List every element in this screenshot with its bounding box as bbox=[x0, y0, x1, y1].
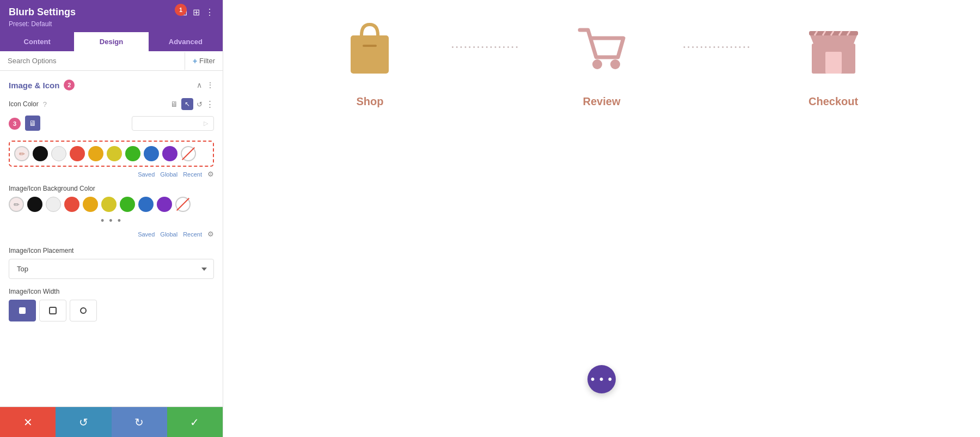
review-icon bbox=[574, 22, 629, 87]
swatch-green[interactable] bbox=[125, 146, 140, 161]
panel-header: Blurb Settings ⊡ ⊞ ⋮ Preset: Default 1 bbox=[0, 0, 223, 32]
swatch-white[interactable] bbox=[51, 146, 66, 161]
cancel-icon: ✕ bbox=[23, 416, 33, 429]
more-options-icon[interactable]: ⋮ bbox=[206, 99, 214, 109]
swatch-no-color[interactable] bbox=[181, 146, 196, 161]
placement-select[interactable]: Top Left Right Bottom bbox=[9, 259, 214, 279]
swatch-blue[interactable] bbox=[144, 146, 159, 161]
width-slider-row bbox=[9, 300, 214, 321]
more-icon[interactable]: ⋮ bbox=[205, 7, 214, 17]
save-icon: ✓ bbox=[190, 416, 199, 429]
gear-icon[interactable]: ⚙ bbox=[207, 170, 214, 178]
section-title-row: Image & Icon 2 bbox=[9, 80, 75, 90]
dots-shop-review: •••••••••••••••• bbox=[451, 22, 520, 50]
search-input[interactable] bbox=[0, 51, 185, 70]
bg-swatch-white[interactable] bbox=[46, 197, 61, 212]
shop-bag-svg bbox=[345, 22, 394, 76]
width-btn-1[interactable] bbox=[9, 300, 36, 321]
cart-svg bbox=[574, 22, 629, 76]
tab-design[interactable]: Design bbox=[74, 32, 148, 51]
search-row: + Filter bbox=[0, 51, 223, 71]
filter-button[interactable]: + Filter bbox=[185, 52, 223, 70]
badge-1: 1 bbox=[175, 4, 187, 16]
panel-body: Image & Icon 2 ∧ ⋮ Icon Color ? 🖥 ↖ ↺ ⋮ … bbox=[0, 71, 223, 406]
desktop-icon[interactable]: 🖥 bbox=[170, 100, 178, 108]
svg-rect-3 bbox=[351, 35, 389, 74]
bg-color-picker[interactable]: ✏ bbox=[9, 197, 24, 212]
bg-color-swatches: ✏ bbox=[9, 197, 214, 212]
blurb-shop-label: Shop bbox=[356, 95, 383, 108]
cancel-button[interactable]: ✕ bbox=[0, 407, 56, 437]
tab-advanced[interactable]: Advanced bbox=[149, 32, 223, 51]
desktop-device-tab[interactable]: 🖥 bbox=[25, 116, 40, 131]
undo-button[interactable]: ↺ bbox=[56, 407, 111, 437]
columns-icon[interactable]: ⊞ bbox=[193, 7, 200, 17]
swatch-red[interactable] bbox=[70, 146, 85, 161]
bg-color-block: Image/Icon Background Color ✏ • • • Save bbox=[9, 185, 214, 238]
dots-text-2: •••••••••••••••• bbox=[683, 44, 752, 50]
blurb-review-label: Review bbox=[583, 95, 621, 108]
panel-title: Blurb Settings bbox=[9, 7, 76, 18]
icon-color-help[interactable]: ? bbox=[43, 100, 47, 108]
bg-swatch-purple[interactable] bbox=[157, 197, 172, 212]
redo-button[interactable]: ↻ bbox=[112, 407, 167, 437]
swatch-orange[interactable] bbox=[88, 146, 103, 161]
image-icon-section-header: Image & Icon 2 ∧ ⋮ bbox=[9, 80, 214, 90]
dots-text-1: •••••••••••••••• bbox=[451, 44, 520, 50]
blurb-checkout-label: Checkout bbox=[808, 95, 858, 108]
save-button[interactable]: ✓ bbox=[167, 407, 223, 437]
swatch-yellow[interactable] bbox=[107, 146, 122, 161]
recent-tab[interactable]: Recent bbox=[183, 171, 202, 178]
shop-icon bbox=[345, 22, 394, 87]
bg-swatch-no-color[interactable] bbox=[175, 197, 191, 212]
global-tab[interactable]: Global bbox=[160, 171, 177, 178]
bg-swatch-black[interactable] bbox=[27, 197, 42, 212]
bg-saved-tab[interactable]: Saved bbox=[138, 231, 155, 238]
bg-gear-icon[interactable]: ⚙ bbox=[207, 230, 214, 238]
badge-2: 2 bbox=[64, 80, 75, 90]
dots-row: • • • bbox=[9, 215, 214, 227]
bg-global-tab[interactable]: Global bbox=[160, 231, 177, 238]
width-icon-3 bbox=[78, 306, 88, 315]
icon-color-label: Icon Color bbox=[9, 100, 39, 108]
filter-label: Filter bbox=[199, 57, 215, 65]
swatch-black[interactable] bbox=[33, 146, 48, 161]
icon-color-tabs-row: Saved Global Recent ⚙ bbox=[9, 170, 214, 178]
svg-rect-8 bbox=[825, 52, 842, 74]
bottom-bar: ✕ ↺ ↻ ✓ bbox=[0, 406, 223, 437]
color-text-input[interactable]: ▷ bbox=[132, 116, 215, 131]
dots-review-checkout: •••••••••••••••• bbox=[683, 22, 752, 50]
saved-tab[interactable]: Saved bbox=[138, 171, 155, 178]
width-icon-2 bbox=[48, 306, 58, 315]
placement-label: Image/Icon Placement bbox=[9, 247, 214, 254]
color-picker-swatch[interactable]: ✏ bbox=[14, 146, 29, 161]
swatch-purple[interactable] bbox=[162, 146, 177, 161]
bg-swatch-green[interactable] bbox=[120, 197, 135, 212]
width-btn-3[interactable] bbox=[70, 300, 97, 321]
right-content: Shop •••••••••••••••• Review •••••••••••… bbox=[223, 0, 980, 437]
blurb-row: Shop •••••••••••••••• Review •••••••••••… bbox=[223, 22, 980, 108]
collapse-icon[interactable]: ∧ bbox=[197, 81, 202, 89]
blurb-shop: Shop bbox=[288, 22, 451, 108]
bg-color-label: Image/Icon Background Color bbox=[9, 185, 214, 192]
svg-rect-4 bbox=[363, 45, 377, 47]
preset-row: Preset: Default 1 bbox=[9, 20, 214, 28]
bg-color-tabs-row: Saved Global Recent ⚙ bbox=[9, 230, 214, 238]
bg-swatch-blue[interactable] bbox=[138, 197, 154, 212]
bg-swatch-red[interactable] bbox=[64, 197, 79, 212]
tab-content[interactable]: Content bbox=[0, 32, 74, 51]
reset-icon[interactable]: ↺ bbox=[197, 100, 203, 108]
fab-button[interactable]: • • • bbox=[587, 365, 616, 393]
section-title: Image & Icon bbox=[9, 81, 59, 90]
svg-rect-1 bbox=[50, 307, 56, 314]
preset-label[interactable]: Preset: Default bbox=[9, 20, 52, 28]
section-more-icon[interactable]: ⋮ bbox=[206, 81, 214, 89]
bg-recent-tab[interactable]: Recent bbox=[183, 231, 202, 238]
store-svg bbox=[806, 22, 861, 76]
bg-swatch-yellow[interactable] bbox=[101, 197, 117, 212]
bg-swatch-orange[interactable] bbox=[83, 197, 98, 212]
icon-color-swatches: ✏ bbox=[9, 141, 214, 167]
width-btn-2[interactable] bbox=[39, 300, 66, 321]
cursor-icon[interactable]: ↖ bbox=[181, 98, 193, 110]
left-panel: Blurb Settings ⊡ ⊞ ⋮ Preset: Default 1 C… bbox=[0, 0, 223, 437]
